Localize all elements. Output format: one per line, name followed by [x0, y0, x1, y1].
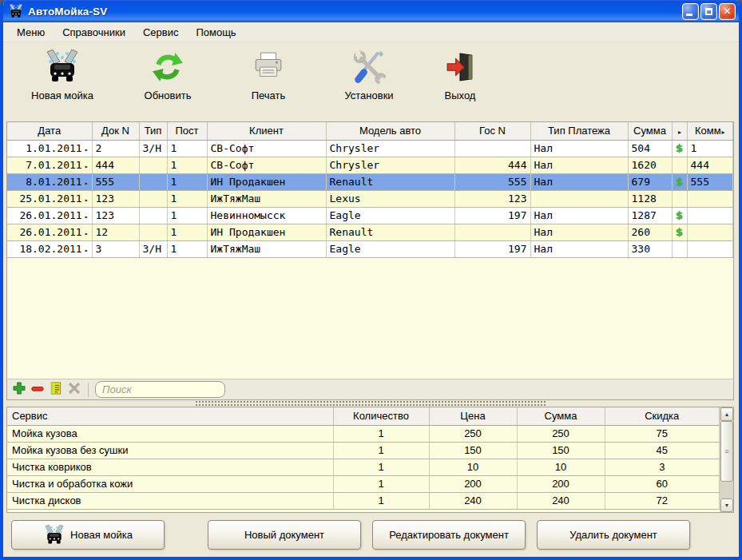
menu-item-Помощь[interactable]: Помощь — [187, 24, 244, 41]
column-header-Тип Платежа[interactable]: Тип Платежа — [530, 122, 628, 140]
column-header-Клиент[interactable]: Клиент — [207, 122, 326, 140]
minus-icon — [31, 383, 44, 395]
document-row[interactable]: 18.02.2011▸3З/Н1ИжТяжМашEagle197Нал330 — [7, 240, 733, 257]
cell-service-name: Мойка кузова — [7, 425, 333, 442]
column-header-Гос N[interactable]: Гос N — [454, 122, 530, 140]
column-header-Комм[interactable]: Комм▸ — [687, 122, 733, 140]
column-header-Док N[interactable]: Док N — [92, 122, 139, 140]
printer-icon — [252, 46, 284, 88]
service-row[interactable]: Чистка и обработка кожи120020060 — [7, 475, 720, 492]
cell-type — [139, 224, 167, 240]
footer-button-delete-document[interactable]: Удалить документ — [537, 520, 690, 550]
remove-row-button[interactable] — [30, 383, 45, 397]
toolbar-button-printer[interactable]: Печать — [219, 46, 318, 115]
cell-type — [139, 173, 167, 190]
refresh-icon — [153, 46, 183, 88]
cell-value: 45 — [605, 442, 720, 459]
cell-date: 1.01.2011▸ — [7, 140, 92, 157]
cell-doc_n: 444 — [92, 157, 139, 173]
scroll-down-button[interactable]: ▼ — [720, 498, 733, 512]
add-row-button[interactable] — [12, 383, 26, 397]
cell-comm: 1 — [687, 140, 733, 157]
delete-button[interactable] — [67, 383, 81, 397]
menu-item-Сервис[interactable]: Сервис — [134, 24, 188, 41]
scroll-up-button[interactable]: ▲ — [720, 407, 733, 421]
row-expand-arrow-icon: ▸ — [85, 163, 89, 170]
scrollbar-thumb[interactable]: ≡ — [720, 421, 733, 482]
toolbar-button-tools[interactable]: Установки — [319, 46, 419, 115]
cell-payment: Нал — [530, 224, 628, 240]
document-row[interactable]: 8.01.2011▸5551ИН ПродакшенRenault555Нал6… — [7, 173, 733, 190]
search-input[interactable] — [96, 383, 225, 395]
column-header-Модель авто[interactable]: Модель авто — [326, 122, 454, 140]
toolbar-button-car-wash[interactable]: Новая мойка — [13, 46, 112, 115]
cell-paid-flag: $ — [672, 207, 687, 224]
document-row[interactable]: 25.01.2011▸1231ИжТяжМашLexus1231128 — [7, 190, 733, 207]
toolbar-button-refresh[interactable]: Обновить — [118, 46, 217, 115]
footer-button-new-wash[interactable]: Новая мойка — [11, 520, 165, 550]
column-header-Количество[interactable]: Количество — [333, 407, 429, 425]
cell-service-name: Чистка и обработка кожи — [7, 475, 333, 492]
minimize-button[interactable] — [682, 3, 699, 20]
cell-date: 25.01.2011▸ — [7, 190, 92, 207]
tools-icon — [352, 46, 386, 88]
menu-item-Справочники[interactable]: Справочники — [54, 24, 134, 41]
column-header-Цена[interactable]: Цена — [429, 407, 517, 425]
row-expand-arrow-icon: ▸ — [85, 247, 89, 254]
column-header-Скидка[interactable]: Скидка — [605, 407, 720, 425]
cell-client: ИжТяжМаш — [207, 240, 326, 257]
service-row[interactable]: Чистка ковриков110103 — [7, 459, 720, 475]
cell-value: 150 — [517, 442, 605, 459]
documents-table-body: 1.01.2011▸2З/Н1СВ-СофтChryslerНал504$17.… — [7, 140, 733, 257]
document-row[interactable]: 26.01.2011▸1231НевинномысскEagle197Нал12… — [7, 207, 733, 224]
cell-paid-flag: $ — [672, 140, 687, 157]
cell-value: 1 — [333, 425, 429, 442]
cell-payment: Нал — [530, 173, 628, 190]
cell-comm — [687, 224, 733, 240]
service-row[interactable]: Мойка кузова без сушки115015045 — [7, 442, 720, 459]
cell-client: ИН Продакшен — [207, 173, 326, 190]
splitter-grip-icon — [196, 401, 546, 406]
column-header-Сумма[interactable]: Сумма — [628, 122, 672, 140]
cell-value: 200 — [517, 475, 605, 492]
cell-type — [139, 157, 167, 173]
documents-table-header: ДатаДок NТипПостКлиентМодель автоГос NТи… — [7, 122, 733, 140]
cell-gos_n: 444 — [454, 157, 530, 173]
service-row[interactable]: Мойка кузова125025075 — [7, 425, 720, 442]
toolbar-button-label: Выход — [445, 89, 476, 101]
column-header-Дата[interactable]: Дата — [7, 122, 92, 140]
maximize-button[interactable] — [700, 3, 717, 20]
document-row[interactable]: 26.01.2011▸121ИН ПродакшенRenaultНал260$ — [7, 224, 733, 240]
truncation-arrow-icon: ▸ — [722, 129, 725, 136]
service-row[interactable]: Чистка дисков124024072 — [7, 492, 720, 509]
cell-value: 200 — [429, 475, 517, 492]
main-toolbar: Новая мойка Обновить Печать Установки Вы… — [3, 43, 739, 120]
x-icon — [68, 382, 81, 397]
scrollbar-track[interactable] — [720, 482, 733, 498]
document-row[interactable]: 7.01.2011▸4441СВ-СофтChrysler444Нал16204… — [7, 157, 733, 173]
minimize-icon — [686, 14, 692, 16]
cell-sum: 1287 — [628, 207, 672, 224]
cell-client: ИжТяжМаш — [207, 190, 326, 207]
cell-gos_n — [454, 224, 530, 240]
column-header-Тип[interactable]: Тип — [139, 122, 167, 140]
toolbar-button-exit[interactable]: Выход — [411, 46, 510, 115]
column-header-Сумма[interactable]: Сумма — [517, 407, 605, 425]
column-header-dollar[interactable]: ▸ — [672, 122, 687, 140]
menu-item-Меню[interactable]: Меню — [8, 24, 54, 41]
list-button[interactable] — [49, 383, 63, 397]
close-button[interactable]: ✕ — [719, 3, 736, 20]
cell-comm — [687, 240, 733, 257]
splitter[interactable] — [6, 400, 734, 407]
footer-button-new-document[interactable]: Новый документ — [208, 520, 361, 550]
cell-service-name: Чистка дисков — [7, 492, 333, 509]
column-header-Сервис[interactable]: Сервис — [7, 407, 333, 425]
cell-paid-flag: $ — [672, 173, 687, 190]
cell-post: 1 — [167, 224, 207, 240]
cell-value: 72 — [605, 492, 720, 509]
document-row[interactable]: 1.01.2011▸2З/Н1СВ-СофтChryslerНал504$1 — [7, 140, 733, 157]
down-arrow-icon: ▼ — [724, 502, 730, 508]
footer-button-edit-document[interactable]: Редактировать документ — [372, 520, 526, 550]
column-header-Пост[interactable]: Пост — [167, 122, 207, 140]
cell-gos_n — [454, 140, 530, 157]
